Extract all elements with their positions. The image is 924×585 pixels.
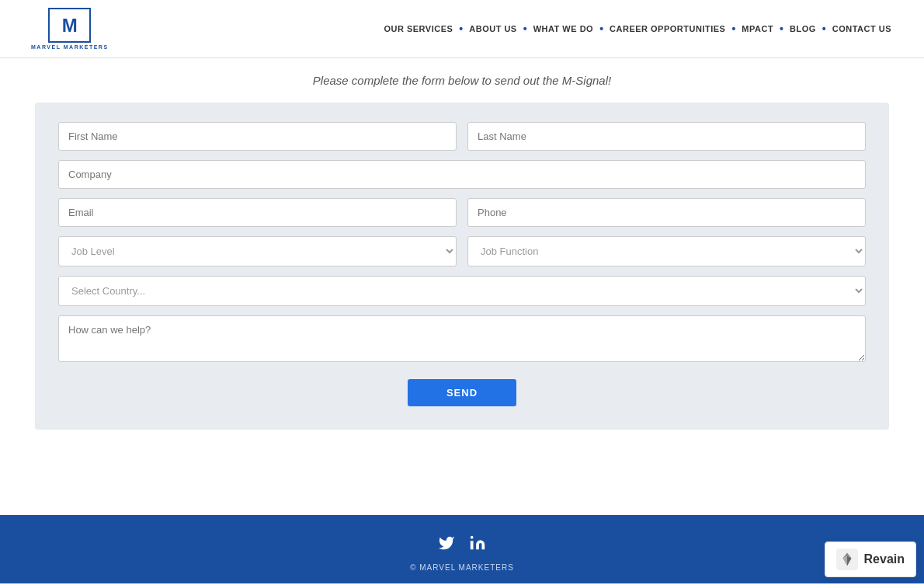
company-input[interactable] — [58, 160, 866, 189]
site-header: M MARVEL MARKETERS OUR SERVICES•ABOUT US… — [0, 0, 924, 58]
send-row: SEND — [58, 379, 866, 406]
nav-separator: • — [523, 23, 527, 35]
nav-separator: • — [459, 23, 463, 35]
first-name-input[interactable] — [58, 122, 457, 151]
message-row — [58, 315, 866, 365]
revain-label: Revain — [864, 552, 905, 566]
site-footer: © MARVEL MARKETERS — [0, 515, 924, 583]
form-intro-text: Please complete the form below to send o… — [31, 74, 893, 87]
footer-copyright: © MARVEL MARKETERS — [0, 563, 924, 572]
message-field — [58, 315, 866, 365]
name-row — [58, 122, 866, 151]
logo[interactable]: M MARVEL MARKETERS — [31, 8, 109, 50]
country-field: Select Country...United StatesCanadaUnit… — [58, 276, 866, 306]
nav-separator: • — [731, 23, 735, 35]
contact-form: Job LevelEntry LevelMid LevelSenior Leve… — [58, 122, 866, 406]
contact-form-container: Job LevelEntry LevelMid LevelSenior Leve… — [35, 103, 889, 430]
logo-letter: M — [62, 15, 78, 37]
footer-icons — [0, 535, 924, 555]
phone-field — [467, 198, 866, 227]
nav-separator: • — [599, 23, 603, 35]
country-select[interactable]: Select Country...United StatesCanadaUnit… — [58, 276, 866, 306]
nav-item-contact-us[interactable]: CONTACT US — [831, 21, 893, 37]
nav-item-our-services[interactable]: OUR SERVICES — [382, 21, 454, 37]
contact-row — [58, 198, 866, 227]
first-name-field — [58, 122, 457, 151]
twitter-icon[interactable] — [438, 535, 455, 555]
main-nav: OUR SERVICES•ABOUT US•WHAT WE DO•CAREER … — [382, 21, 893, 37]
job-function-select[interactable]: Job FunctionMarketingSalesITFinanceHROpe… — [467, 236, 866, 266]
company-field — [58, 160, 866, 189]
svg-point-0 — [471, 536, 474, 539]
nav-item-about-us[interactable]: ABOUT US — [467, 21, 518, 37]
email-field — [58, 198, 457, 227]
email-input[interactable] — [58, 198, 457, 227]
nav-separator: • — [822, 23, 826, 35]
logo-box: M — [48, 8, 91, 43]
revain-widget[interactable]: Revain — [825, 541, 916, 577]
nav-item-blog[interactable]: BLOG — [788, 21, 818, 37]
job-row: Job LevelEntry LevelMid LevelSenior Leve… — [58, 236, 866, 266]
job-level-select[interactable]: Job LevelEntry LevelMid LevelSenior Leve… — [58, 236, 457, 266]
nav-item-what-we-do[interactable]: WHAT WE DO — [532, 21, 596, 37]
revain-logo-icon — [836, 548, 858, 570]
last-name-input[interactable] — [467, 122, 866, 151]
nav-item-career-opportunities[interactable]: CAREER OPPORTUNITIES — [608, 21, 727, 37]
send-button[interactable]: SEND — [408, 379, 516, 406]
linkedin-icon[interactable] — [469, 535, 486, 555]
country-row: Select Country...United StatesCanadaUnit… — [58, 276, 866, 306]
nav-item-mpact[interactable]: MPACT — [740, 21, 775, 37]
logo-tagline: MARVEL MARKETERS — [31, 44, 109, 50]
job-function-field: Job FunctionMarketingSalesITFinanceHROpe… — [467, 236, 866, 266]
main-content: Please complete the form below to send o… — [0, 58, 924, 453]
company-row — [58, 160, 866, 189]
message-textarea[interactable] — [58, 315, 866, 362]
phone-input[interactable] — [467, 198, 866, 227]
job-level-field: Job LevelEntry LevelMid LevelSenior Leve… — [58, 236, 457, 266]
nav-separator: • — [780, 23, 783, 35]
last-name-field — [467, 122, 866, 151]
